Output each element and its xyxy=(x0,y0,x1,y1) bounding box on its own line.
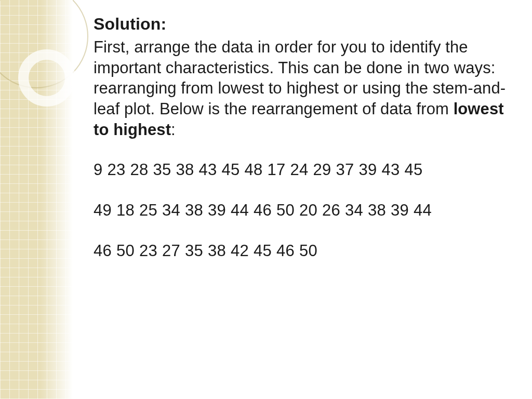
data-line-2: 49 18 25 34 38 39 44 46 50 20 26 34 38 3… xyxy=(94,200,514,221)
slide-content: Solution: First, arrange the data in ord… xyxy=(94,15,514,261)
data-line-3: 46 50 23 27 35 38 42 45 46 50 xyxy=(94,241,514,261)
paragraph-text-part1: First, arrange the data in order for you… xyxy=(94,38,506,118)
slide-paragraph: First, arrange the data in order for you… xyxy=(94,37,514,140)
paragraph-text-part2: : xyxy=(171,121,176,139)
sidebar-fade-overlay xyxy=(0,0,73,399)
data-line-1: 9 23 28 35 38 43 45 48 17 24 29 37 39 43… xyxy=(94,159,514,180)
slide-heading: Solution: xyxy=(94,15,514,34)
